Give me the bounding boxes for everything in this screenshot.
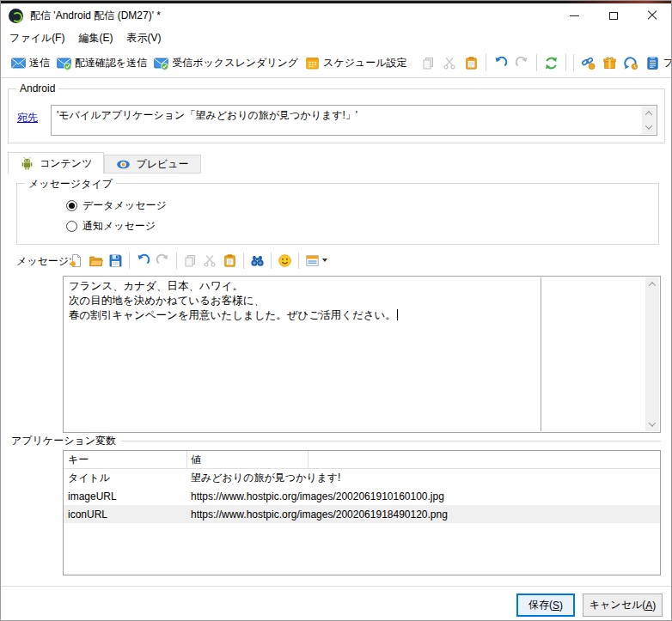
clipboard-list-icon — [645, 56, 660, 70]
menu-edit[interactable]: 編集(E) — [71, 27, 119, 49]
table-row[interactable]: iconURL https://www.hostpic.org/images/2… — [64, 505, 660, 523]
schedule-label: スケジュール設定 — [323, 56, 406, 70]
tab-preview-label: プレビュー — [136, 157, 188, 172]
maximize-button[interactable] — [594, 3, 632, 27]
tab-content[interactable]: コンテンツ — [8, 152, 104, 174]
cancel-button[interactable]: キャンセル(A) — [583, 594, 663, 617]
new-document-button[interactable] — [66, 251, 86, 271]
scroll-up-button[interactable] — [645, 277, 659, 291]
table-header: キー 値 — [64, 451, 660, 469]
schedule-button[interactable]: スケジュール設定 — [302, 53, 410, 73]
toolbar-separator — [573, 54, 574, 71]
application-variables-label: アプリケーション変数 — [11, 434, 116, 448]
undo-button[interactable] — [133, 251, 153, 271]
title-bar: 配信 'Android 配信 (DM27)' * — [1, 3, 671, 27]
envelope-check-icon — [57, 56, 71, 70]
column-divider — [308, 451, 309, 469]
to-recipients-link[interactable]: 宛先 — [17, 111, 38, 125]
cancel-access-key: A — [645, 600, 652, 612]
message-line: 春の割引キャンペーンを用意いたしました。ぜひご活用ください。 — [69, 308, 640, 323]
send-button[interactable]: 送信 — [8, 53, 53, 73]
find-button[interactable] — [247, 251, 267, 271]
variable-value: https://www.hostpic.org/images/200206191… — [186, 490, 444, 502]
toolbar-separator — [298, 253, 299, 269]
message-editor-toolbar — [66, 248, 330, 272]
paste-icon — [223, 253, 237, 268]
table-row[interactable]: タイトル 望みどおりの旅が見つかります! — [64, 469, 660, 487]
send-time-optimization-button[interactable] — [620, 53, 642, 73]
gift-button[interactable] — [599, 53, 620, 73]
radio-selected-icon — [66, 200, 77, 211]
variable-value: https://www.hostpic.org/images/200206191… — [186, 508, 448, 521]
refresh-icon — [544, 56, 559, 70]
variable-key: imageURL — [64, 490, 186, 502]
menu-view[interactable]: 表示(V) — [119, 27, 168, 49]
minimize-button[interactable] — [555, 3, 594, 27]
column-header-value[interactable]: 値 — [186, 453, 201, 467]
scroll-up-button[interactable] — [642, 107, 656, 120]
save-button[interactable]: 保存(S) — [516, 594, 575, 617]
scroll-down-button[interactable] — [645, 417, 659, 431]
toolbar-separator — [129, 253, 130, 269]
cut-button-disabled[interactable] — [439, 53, 461, 73]
toolbar-separator — [565, 54, 566, 71]
send-time-gauge-icon — [624, 56, 638, 70]
tab-preview[interactable]: プレビュー — [104, 155, 200, 174]
android-groupbox-legend: Android — [16, 82, 58, 94]
undo-button[interactable] — [490, 53, 511, 73]
redo-button-disabled[interactable] — [153, 251, 173, 271]
tab-content-label: コンテンツ — [40, 156, 92, 171]
radio-notification-message[interactable]: 通知メッセージ — [66, 219, 156, 234]
send-delivery-confirmation-button[interactable]: 配達確認を送信 — [53, 53, 150, 73]
save-access-key: S — [553, 600, 559, 612]
insert-field-dropdown-button[interactable] — [302, 251, 330, 271]
refresh-button[interactable] — [541, 53, 562, 73]
text-cursor — [397, 309, 399, 320]
message-scrollbar[interactable] — [645, 277, 659, 431]
save-icon — [108, 253, 123, 268]
copy-button-disabled[interactable] — [180, 251, 200, 271]
save-button-label-end: ) — [559, 600, 563, 612]
message-body-editor[interactable]: フランス、カナダ、日本、ハワイ。 次の目的地を決めかねているお客様に、 春の割引… — [63, 276, 661, 433]
redo-button-disabled[interactable] — [511, 53, 533, 73]
copy-icon — [421, 56, 436, 70]
new-document-icon — [69, 253, 83, 268]
menu-file[interactable]: ファイル(F) — [3, 27, 71, 49]
message-line: フランス、カナダ、日本、ハワイ。 — [69, 279, 640, 294]
insert-field-icon — [305, 253, 320, 268]
copy-button-disabled[interactable] — [418, 53, 439, 73]
link-tracking-button[interactable] — [577, 53, 599, 73]
toolbar-separator — [243, 253, 244, 269]
scroll-down-button[interactable] — [642, 120, 656, 134]
variable-key: タイトル — [64, 471, 186, 485]
redo-icon — [515, 56, 529, 70]
table-row[interactable]: imageURL https://www.hostpic.org/images/… — [64, 487, 660, 505]
open-button[interactable] — [86, 251, 106, 271]
editor-column-divider — [541, 277, 541, 431]
open-folder-icon — [89, 253, 103, 268]
radio-data-message[interactable]: データメッセージ — [66, 198, 167, 213]
inbox-rendering-label: 受信ボックスレンダリング — [172, 56, 298, 70]
paste-button[interactable] — [461, 53, 482, 73]
properties-button[interactable]: プロパティ — [642, 53, 672, 73]
to-recipients-input[interactable]: 'モバイルアプリケーション「望みどおりの旅が見つかります!」' — [51, 105, 657, 136]
cut-button-disabled[interactable] — [200, 251, 220, 271]
emoji-button[interactable] — [275, 251, 295, 271]
inbox-rendering-button[interactable]: 受信ボックスレンダリング — [150, 53, 302, 73]
envelope-icon — [11, 56, 26, 70]
maximize-icon — [609, 12, 618, 20]
menu-bar: ファイル(F) 編集(E) 表示(V) — [1, 27, 671, 48]
to-input-scrollbar[interactable] — [642, 107, 656, 134]
save-message-button[interactable] — [106, 251, 125, 271]
chevron-up-icon — [649, 282, 656, 289]
application-variables-table: キー 値 タイトル 望みどおりの旅が見つかります! imageURL https… — [63, 450, 661, 575]
send-delivery-confirmation-label: 配達確認を送信 — [75, 56, 147, 70]
divider-line — [121, 441, 661, 441]
dialog-window: 配信 'Android 配信 (DM27)' * ファイル(F) 編集(E) 表… — [0, 0, 672, 621]
column-header-key[interactable]: キー — [64, 453, 186, 467]
close-button[interactable] — [632, 3, 671, 27]
message-line: 次の目的地を決めかねているお客様に、 — [69, 294, 640, 308]
message-text: フランス、カナダ、日本、ハワイ。 次の目的地を決めかねているお客様に、 春の割引… — [64, 277, 645, 432]
paste-button[interactable] — [220, 251, 240, 271]
properties-label: プロパティ — [663, 56, 672, 70]
